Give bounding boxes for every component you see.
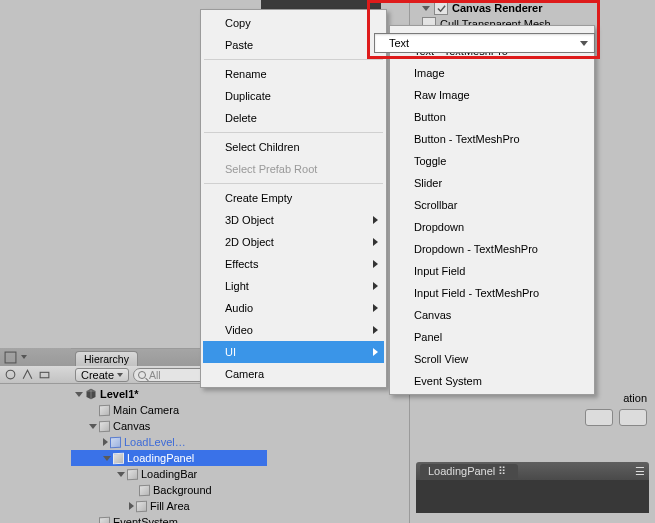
menu-separator [204, 59, 383, 60]
gameobject-icon [139, 484, 150, 496]
foldout-icon [117, 472, 125, 477]
submenu-item-input-field[interactable]: Input Field [392, 260, 592, 282]
svg-point-1 [6, 370, 15, 379]
mini-toolbar [0, 348, 71, 384]
submenu-item-scrollbar[interactable]: Scrollbar [392, 194, 592, 216]
ui-submenu: Text - TextMeshPro Image Raw Image Butto… [389, 25, 595, 395]
component-header[interactable]: Canvas Renderer [422, 0, 647, 16]
menu-item-audio[interactable]: Audio [203, 297, 384, 319]
menu-item-light[interactable]: Light [203, 275, 384, 297]
menu-item-ui[interactable]: UI [203, 341, 384, 363]
menu-item-video[interactable]: Video [203, 319, 384, 341]
gameobject-icon [127, 468, 138, 480]
hierarchy-tab[interactable]: Hierarchy [75, 351, 138, 366]
submenu-item-slider[interactable]: Slider [392, 172, 592, 194]
svg-rect-2 [40, 372, 49, 377]
foldout-icon [422, 6, 430, 11]
submenu-item-dropdown[interactable]: Dropdown [392, 216, 592, 238]
hierarchy-item-loadlevel[interactable]: LoadLevel… [71, 434, 267, 450]
foldout-icon [103, 438, 108, 446]
menu-separator [204, 183, 383, 184]
tool-icon-4[interactable] [38, 368, 51, 381]
menu-item-3d-object[interactable]: 3D Object [203, 209, 384, 231]
hierarchy-item-fillarea[interactable]: Fill Area [71, 498, 267, 514]
inspector-small-button-1[interactable] [585, 409, 613, 426]
submenu-item-scroll-view[interactable]: Scroll View [392, 348, 592, 370]
menu-item-paste[interactable]: Paste [203, 34, 384, 56]
submenu-arrow-icon [373, 326, 378, 334]
submenu-item-dropdown-tmp[interactable]: Dropdown - TextMeshPro [392, 238, 592, 260]
search-icon [138, 371, 146, 379]
gameobject-icon [99, 516, 110, 523]
gameobject-icon [99, 420, 110, 432]
hierarchy-item-loadingbar[interactable]: LoadingBar [71, 466, 267, 482]
submenu-item-image[interactable]: Image [392, 62, 592, 84]
submenu-arrow-icon [373, 304, 378, 312]
hierarchy-tree: Level1* Main Camera Canvas LoadLevel… Lo… [71, 384, 267, 523]
gameobject-icon [110, 436, 121, 448]
chevron-down-icon [117, 373, 123, 377]
create-dropdown[interactable]: Create [75, 368, 129, 382]
preview-tabbar: LoadingPanel ⠿ ☰ [416, 462, 649, 480]
component-enable-checkbox[interactable] [434, 1, 448, 15]
tool-icon-2[interactable] [4, 368, 17, 381]
menu-item-select-children[interactable]: Select Children [203, 136, 384, 158]
gameobject-icon [136, 500, 147, 512]
truncated-label: ation [623, 392, 647, 404]
dropdown-icon[interactable] [21, 355, 27, 359]
foldout-icon [75, 392, 83, 397]
chevron-down-icon [580, 41, 588, 46]
submenu-arrow-icon [373, 238, 378, 246]
pin-icon: ⠿ [498, 465, 506, 477]
context-menu: Copy Paste Rename Duplicate Delete Selec… [200, 9, 387, 388]
menu-item-delete[interactable]: Delete [203, 107, 384, 129]
unity-logo-icon [85, 388, 97, 400]
submenu-item-text[interactable]: Text [374, 33, 595, 53]
menu-item-rename[interactable]: Rename [203, 63, 384, 85]
menu-item-copy[interactable]: Copy [203, 12, 384, 34]
hierarchy-item-canvas[interactable]: Canvas [71, 418, 267, 434]
foldout-icon [89, 424, 97, 429]
component-title: Canvas Renderer [452, 2, 543, 14]
inspector-small-button-2[interactable] [619, 409, 647, 426]
submenu-arrow-icon [373, 348, 378, 356]
submenu-item-canvas[interactable]: Canvas [392, 304, 592, 326]
svg-rect-0 [5, 352, 16, 363]
gameobject-icon [99, 404, 110, 416]
submenu-arrow-icon [373, 282, 378, 290]
foldout-icon [103, 456, 111, 461]
submenu-item-event-system[interactable]: Event System [392, 370, 592, 392]
submenu-item-button-tmp[interactable]: Button - TextMeshPro [392, 128, 592, 150]
hierarchy-item-eventsystem[interactable]: EventSystem [71, 514, 267, 523]
tool-icon-1[interactable] [4, 351, 17, 364]
foldout-icon [129, 502, 134, 510]
submenu-item-button[interactable]: Button [392, 106, 592, 128]
panel-options-icon[interactable]: ☰ [635, 465, 645, 478]
submenu-arrow-icon [373, 260, 378, 268]
submenu-arrow-icon [373, 216, 378, 224]
menu-item-effects[interactable]: Effects [203, 253, 384, 275]
hierarchy-item-loadingpanel[interactable]: LoadingPanel [71, 450, 267, 466]
menu-item-2d-object[interactable]: 2D Object [203, 231, 384, 253]
preview-tab[interactable]: LoadingPanel ⠿ [420, 464, 518, 479]
submenu-item-toggle[interactable]: Toggle [392, 150, 592, 172]
preview-area [416, 480, 649, 513]
submenu-item-input-field-tmp[interactable]: Input Field - TextMeshPro [392, 282, 592, 304]
menu-item-create-empty[interactable]: Create Empty [203, 187, 384, 209]
hierarchy-item-main-camera[interactable]: Main Camera [71, 402, 267, 418]
scene-row[interactable]: Level1* [71, 386, 267, 402]
tool-icon-3[interactable] [21, 368, 34, 381]
menu-item-duplicate[interactable]: Duplicate [203, 85, 384, 107]
menu-separator [204, 132, 383, 133]
menu-item-select-prefab-root: Select Prefab Root [203, 158, 384, 180]
submenu-item-raw-image[interactable]: Raw Image [392, 84, 592, 106]
gameobject-icon [113, 452, 124, 464]
submenu-item-panel[interactable]: Panel [392, 326, 592, 348]
menu-item-camera[interactable]: Camera [203, 363, 384, 385]
hierarchy-item-background[interactable]: Background [71, 482, 267, 498]
